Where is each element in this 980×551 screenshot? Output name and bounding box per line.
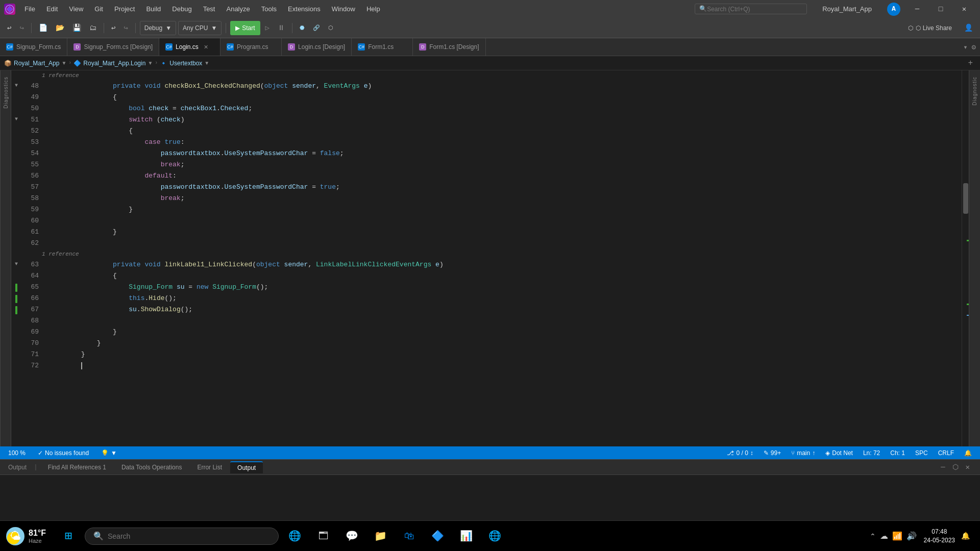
scrollbar-thumb[interactable]	[963, 183, 968, 214]
menu-extensions[interactable]: Extensions	[283, 3, 326, 15]
taskbar-task-view-button[interactable]: 🗔	[311, 524, 336, 548]
menu-view[interactable]: View	[64, 3, 88, 15]
nav-dropdown-1[interactable]: ▼	[61, 60, 66, 66]
menu-file[interactable]: File	[19, 3, 40, 15]
tabs-settings-icon[interactable]: ⚙	[972, 43, 976, 52]
new-file-button[interactable]: 📄	[36, 22, 51, 34]
wifi-icon[interactable]: 📶	[892, 531, 902, 541]
toolbar-extra-1[interactable]: ⬣	[297, 23, 308, 33]
menu-test[interactable]: Test	[198, 3, 220, 15]
status-no-issues[interactable]: ✓ No issues found	[36, 449, 91, 457]
status-encoding[interactable]: SPC	[913, 449, 930, 457]
volume-icon[interactable]: 🔊	[906, 531, 917, 541]
tabs-dropdown-arrow[interactable]: ▾	[963, 43, 967, 52]
output-float-button[interactable]: ⬡	[950, 462, 961, 472]
tab-login-cs[interactable]: C# Login.cs ✕	[159, 38, 220, 56]
tab-login-design[interactable]: D Login.cs [Design]	[282, 38, 352, 56]
status-zoom[interactable]: 100 %	[6, 449, 28, 457]
nav-dropdown-3[interactable]: ▼	[204, 60, 209, 66]
output-close-button[interactable]: ✕	[964, 462, 972, 472]
status-dotnet[interactable]: ◈ Dot Net	[823, 449, 855, 457]
menu-help[interactable]: Help	[361, 3, 385, 15]
forward-button[interactable]: ↪	[16, 22, 27, 34]
save-button[interactable]: 💾	[69, 22, 84, 34]
menu-tools[interactable]: Tools	[256, 3, 282, 15]
status-line[interactable]: Ln: 72	[861, 449, 882, 457]
toolbar-extra-2[interactable]: 🔗	[310, 23, 323, 33]
toolbar-extra-3[interactable]: ⬡	[325, 23, 336, 33]
cloud-icon[interactable]: ☁	[880, 531, 888, 541]
pause-button[interactable]: ⏸	[275, 22, 288, 34]
close-button[interactable]: ✕	[952, 0, 976, 18]
redo-button[interactable]: ↪	[120, 22, 131, 34]
open-button[interactable]: 📂	[53, 22, 67, 34]
tab-form1-cs[interactable]: C# Form1.cs	[352, 38, 413, 56]
start-button[interactable]: ▶ Start	[230, 21, 260, 35]
menu-git[interactable]: Git	[89, 3, 108, 15]
status-git-branch[interactable]: ⎇ 0 / 0 ↕	[725, 449, 755, 457]
output-tab-output[interactable]: Output	[230, 461, 263, 473]
taskbar-store-button[interactable]: 🛍	[397, 524, 422, 548]
back-button[interactable]: ↩	[4, 22, 14, 34]
menu-window[interactable]: Window	[327, 3, 360, 15]
nav-label-2[interactable]: Royal_Mart_App.Login	[83, 60, 145, 67]
menu-debug[interactable]: Debug	[167, 3, 197, 15]
tab-form1-design[interactable]: D Form1.cs [Design]	[413, 38, 485, 56]
nav-label-3[interactable]: Usertextbox	[169, 60, 202, 67]
user-account-button[interactable]: 👤	[961, 22, 976, 34]
title-search-input[interactable]	[707, 6, 794, 13]
nav-add-button[interactable]: +	[965, 59, 976, 68]
right-diagnostic-label[interactable]: Diagnostic	[971, 72, 978, 110]
output-tab-find[interactable]: Find All References 1	[41, 462, 113, 473]
tab-program-cs[interactable]: C# Program.cs	[220, 38, 282, 56]
notification-area[interactable]: 🔔	[957, 532, 974, 540]
menu-build[interactable]: Build	[141, 3, 166, 15]
collapse-63[interactable]: ▼	[15, 261, 18, 267]
tab-close-login[interactable]: ✕	[204, 44, 208, 51]
continue-button[interactable]: ▷	[262, 22, 273, 34]
config-dropdown[interactable]: Debug ▼	[140, 21, 176, 35]
taskbar-chat-button[interactable]: 💬	[340, 524, 364, 548]
collapse-48[interactable]: ▼	[15, 83, 18, 88]
status-edit-icon[interactable]: ✎ 99+	[762, 449, 783, 457]
maximize-button[interactable]: □	[929, 0, 952, 18]
datetime-display[interactable]: 07:48 24-05-2023	[924, 528, 955, 545]
status-lightbulb[interactable]: 💡 ▼	[99, 449, 119, 457]
tab-signup-form-cs[interactable]: C# Signup_Form.cs	[0, 38, 67, 56]
output-tab-error-list[interactable]: Error List	[190, 462, 229, 473]
nav-dropdown-2[interactable]: ▼	[148, 60, 153, 66]
profile-avatar[interactable]: A	[887, 3, 900, 16]
title-search-box[interactable]: 🔍	[695, 4, 807, 14]
minimize-button[interactable]: ─	[905, 0, 929, 18]
tab-signup-form-design[interactable]: D Signup_Form.cs [Design]	[67, 38, 159, 56]
output-tab-data-tools[interactable]: Data Tools Operations	[114, 462, 189, 473]
taskbar-search-input[interactable]	[108, 532, 270, 540]
save-all-button[interactable]: 🗂	[86, 22, 100, 34]
status-branch[interactable]: ⑂ main ↑	[789, 449, 817, 457]
start-menu-button[interactable]: ⊞	[56, 524, 81, 548]
code-content-area[interactable]: private void checkBox1_CheckedChanged(ob…	[79, 70, 962, 446]
taskbar-teams-button[interactable]: 📊	[454, 524, 479, 548]
status-line-ending[interactable]: CRLF	[936, 449, 956, 457]
status-notification[interactable]: 🔔	[962, 449, 974, 457]
collapse-51[interactable]: ▼	[15, 116, 18, 122]
platform-dropdown[interactable]: Any CPU ▼	[178, 21, 222, 35]
taskbar-cortana-button[interactable]: 🌐	[283, 524, 307, 548]
nav-label-1[interactable]: Royal_Mart_App	[14, 60, 59, 67]
chevron-up-icon[interactable]: ⌃	[870, 532, 876, 540]
menu-project[interactable]: Project	[109, 3, 140, 15]
taskbar-search-box[interactable]: 🔍	[85, 528, 279, 545]
taskbar-vs-button[interactable]: 🔷	[426, 524, 450, 548]
line-64: 64	[11, 270, 79, 282]
code-line-48: private void checkBox1_CheckedChanged(ob…	[81, 81, 962, 92]
status-col[interactable]: Ch: 1	[888, 449, 907, 457]
taskbar-extra-button[interactable]: 🌐	[483, 524, 507, 548]
taskbar-files-button[interactable]: 📁	[369, 524, 393, 548]
live-share-button[interactable]: ⬡ ⬡ Live Share	[903, 23, 957, 33]
output-collapse-button[interactable]: ─	[939, 462, 947, 472]
menu-analyze[interactable]: Analyze	[221, 3, 255, 15]
menu-edit[interactable]: Edit	[41, 3, 63, 15]
vertical-scrollbar[interactable]	[962, 70, 969, 446]
diagnostics-label[interactable]: Diagnostics	[2, 72, 10, 113]
undo-button[interactable]: ↩	[108, 22, 118, 34]
